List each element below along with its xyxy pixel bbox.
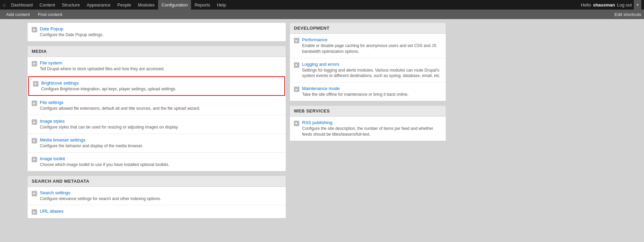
add-content-link[interactable]: Add content: [3, 10, 33, 19]
rss-icon: [294, 121, 299, 126]
nav-items: Dashboard Content Structure Appearance P…: [7, 0, 229, 10]
edit-shortcuts-link[interactable]: Edit shortcuts: [614, 12, 641, 17]
search-section: SEARCH AND METADATA Search settings Conf…: [27, 176, 286, 219]
date-popup-box: Date Popup Configure the Date Popup sett…: [27, 22, 286, 42]
maintenance-content: Maintenance mode Take the site offline f…: [302, 86, 409, 97]
search-settings-desc: Configure relevance settings for search …: [40, 196, 161, 202]
image-toolkit-title[interactable]: Image toolkit: [40, 156, 65, 161]
web-services-section: WEB SERVICES RSS publishing Configure th…: [289, 105, 446, 141]
url-aliases-icon: [32, 209, 37, 215]
nav-item-help[interactable]: Help: [214, 0, 230, 10]
file-system-icon: [32, 61, 37, 66]
brightcove-settings-item: Brightcove settings Configure Brightcove…: [28, 76, 285, 96]
file-settings-icon: [32, 101, 37, 106]
date-popup-title[interactable]: Date Popup: [40, 26, 63, 31]
secondary-navigation: Add content Find content Edit shortcuts: [0, 10, 644, 19]
rss-content: RSS publishing Configure the site descri…: [302, 120, 442, 137]
search-section-header: SEARCH AND METADATA: [28, 176, 286, 187]
brightcove-icon: [33, 81, 38, 87]
brightcove-content: Brightcove settings Configure Brightcove…: [41, 80, 176, 92]
development-section: DEVELOPMENT Performance Enable or disabl…: [289, 22, 446, 101]
performance-title[interactable]: Performance: [302, 37, 327, 42]
nav-right: Hello shausman Log out ▼: [581, 0, 641, 10]
media-browser-item: Media browser settings Configure the beh…: [28, 134, 286, 153]
image-toolkit-desc: Choose which image toolkit to use if you…: [40, 162, 169, 168]
maintenance-mode-item: Maintenance mode Take the site offline f…: [290, 82, 446, 101]
find-content-link[interactable]: Find content: [34, 10, 66, 19]
image-toolkit-icon: [32, 157, 37, 162]
media-section: MEDIA File system Tell Drupal where to s…: [27, 46, 286, 171]
content-area: Date Popup Configure the Date Popup sett…: [26, 19, 644, 242]
file-settings-desc: Configure allowed file extensions, defau…: [40, 106, 200, 111]
date-popup-desc: Configure the Date Popup settings.: [40, 32, 104, 38]
file-system-desc: Tell Drupal where to store uploaded file…: [40, 66, 164, 72]
brightcove-desc: Configure Brightcove integration, api ke…: [41, 86, 176, 92]
main-layout: Date Popup Configure the Date Popup sett…: [0, 19, 644, 242]
media-browser-content: Media browser settings Configure the beh…: [40, 137, 143, 149]
date-popup-item: Date Popup Configure the Date Popup sett…: [28, 23, 286, 41]
date-popup-icon: [32, 27, 37, 32]
performance-content: Performance Enable or disable page cachi…: [302, 37, 442, 55]
nav-item-content[interactable]: Content: [36, 0, 59, 10]
greeting-text: Hello: [581, 2, 591, 7]
image-toolkit-content: Image toolkit Choose which image toolkit…: [40, 156, 169, 168]
file-system-content: File system Tell Drupal where to store u…: [40, 60, 164, 72]
image-styles-icon: [32, 119, 37, 125]
web-services-header: WEB SERVICES: [290, 106, 446, 117]
file-settings-content: File settings Configure allowed file ext…: [40, 100, 200, 111]
url-aliases-content: URL aliases: [40, 209, 64, 214]
logging-desc: Settings for logging and alerts modules.…: [302, 67, 442, 79]
url-aliases-item: URL aliases: [28, 205, 286, 218]
nav-item-dashboard[interactable]: Dashboard: [7, 0, 36, 10]
media-browser-icon: [32, 138, 37, 143]
image-styles-item: Image styles Configure styles that can b…: [28, 115, 286, 134]
nav-item-structure[interactable]: Structure: [59, 0, 83, 10]
search-settings-item: Search settings Configure relevance sett…: [28, 187, 286, 206]
logging-content: Logging and errors Settings for logging …: [302, 62, 442, 79]
media-section-header: MEDIA: [28, 46, 286, 57]
date-popup-content: Date Popup Configure the Date Popup sett…: [40, 26, 104, 38]
file-system-item: File system Tell Drupal where to store u…: [28, 57, 286, 76]
logging-errors-item: Logging and errors Settings for logging …: [290, 58, 446, 83]
search-settings-content: Search settings Configure relevance sett…: [40, 190, 161, 202]
left-column: Date Popup Configure the Date Popup sett…: [27, 22, 286, 242]
nav-item-configuration[interactable]: Configuration: [158, 0, 191, 10]
logout-link[interactable]: Log out: [617, 2, 632, 7]
development-header: DEVELOPMENT: [290, 23, 446, 34]
rss-title[interactable]: RSS publishing: [302, 120, 332, 125]
image-styles-title[interactable]: Image styles: [40, 119, 65, 124]
performance-item: Performance Enable or disable page cachi…: [290, 34, 446, 58]
media-browser-title[interactable]: Media browser settings: [40, 137, 85, 142]
nav-item-people[interactable]: People: [114, 0, 135, 10]
nav-dropdown-button[interactable]: ▼: [634, 0, 641, 10]
rss-desc: Configure the site description, the numb…: [302, 126, 442, 137]
media-browser-desc: Configure the behavior and display of th…: [40, 143, 143, 149]
left-sidebar: [0, 19, 26, 242]
top-navigation: ⌂ Dashboard Content Structure Appearance…: [0, 0, 644, 10]
search-settings-title[interactable]: Search settings: [40, 190, 70, 195]
maintenance-icon: [294, 87, 299, 92]
maintenance-title[interactable]: Maintenance mode: [302, 86, 340, 91]
right-column: DEVELOPMENT Performance Enable or disabl…: [289, 22, 446, 242]
search-settings-icon: [32, 191, 37, 196]
rss-publishing-item: RSS publishing Configure the site descri…: [290, 117, 446, 141]
brightcove-title[interactable]: Brightcove settings: [41, 80, 79, 86]
url-aliases-title[interactable]: URL aliases: [40, 209, 64, 214]
file-settings-item: File settings Configure allowed file ext…: [28, 96, 286, 115]
home-icon[interactable]: ⌂: [3, 2, 5, 7]
nav-item-appearance[interactable]: Appearance: [83, 0, 114, 10]
logging-icon: [294, 62, 299, 68]
maintenance-desc: Take the site offline for maintenance or…: [302, 92, 409, 97]
image-styles-desc: Configure styles that can be used for re…: [40, 124, 178, 130]
logging-title[interactable]: Logging and errors: [302, 62, 339, 67]
username: shausman: [593, 2, 615, 7]
image-toolkit-item: Image toolkit Choose which image toolkit…: [28, 153, 286, 171]
performance-desc: Enable or disable page caching for anony…: [302, 43, 442, 55]
nav-item-reports[interactable]: Reports: [191, 0, 214, 10]
file-system-title[interactable]: File system: [40, 60, 62, 65]
nav-item-modules[interactable]: Modules: [135, 0, 158, 10]
performance-icon: [294, 38, 299, 43]
file-settings-title[interactable]: File settings: [40, 100, 63, 105]
image-styles-content: Image styles Configure styles that can b…: [40, 119, 178, 130]
